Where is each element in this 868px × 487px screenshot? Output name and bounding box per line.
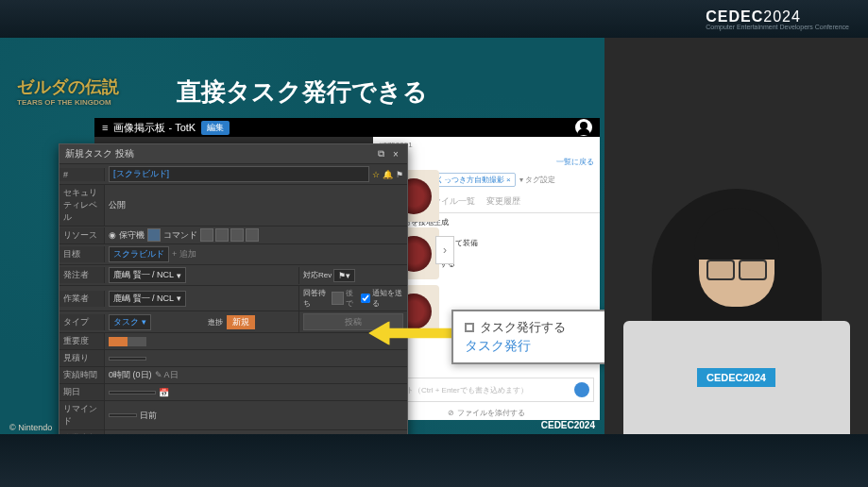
- resource-tab-1[interactable]: 保守機: [119, 229, 145, 242]
- send-icon[interactable]: [574, 382, 589, 397]
- cedec-watermark: CEDEC2024: [541, 420, 595, 430]
- slide-title: 直接タスク発行できる: [0, 76, 604, 109]
- progress-label: 進捗: [208, 317, 223, 327]
- priority-slider[interactable]: [109, 337, 146, 346]
- popout-icon[interactable]: ⧉: [375, 148, 386, 160]
- security-label: セキュリティレベル: [60, 185, 105, 226]
- add-target-button[interactable]: + 追加: [172, 248, 196, 260]
- progress-value[interactable]: 新規: [227, 315, 255, 329]
- close-icon[interactable]: ×: [390, 148, 401, 160]
- reply-label: 回答待ち: [303, 288, 330, 309]
- tool-icon[interactable]: [200, 228, 213, 242]
- conference-bottombar: [0, 434, 868, 487]
- callout-box: タスク発行する タスク発行: [451, 310, 617, 364]
- estimate-label: 見積り: [60, 350, 105, 366]
- target-label: 目標: [60, 246, 105, 262]
- close-icon[interactable]: ×: [506, 176, 511, 184]
- main-content: ゼルダの伝説 TEARS OF THE KINGDOM 直接タスク発行できる ≡…: [0, 38, 868, 434]
- notify-checkbox[interactable]: 通知を送る: [361, 288, 404, 309]
- edit-icon[interactable]: ✎ A日: [155, 369, 179, 381]
- callout-text-2: タスク発行: [465, 338, 604, 355]
- logo-text: CEDEC: [706, 8, 763, 25]
- dialog-title: 新規タスク 投稿: [65, 147, 134, 160]
- star-icon[interactable]: ☆: [372, 170, 380, 179]
- laptop-sticker: CEDEC2024: [697, 368, 775, 387]
- back-link[interactable]: 一覧に戻る: [556, 157, 594, 167]
- resource-tab-2[interactable]: [147, 228, 161, 242]
- tool-icon[interactable]: [230, 228, 244, 242]
- title-badge[interactable]: 編集: [201, 121, 230, 135]
- remind-suffix: 日前: [140, 410, 157, 422]
- duedate-input[interactable]: [109, 391, 156, 395]
- rev-dropdown[interactable]: ⚑▾: [333, 269, 355, 282]
- resource-label: リソース: [60, 227, 105, 244]
- orderer-dropdown[interactable]: 鹿嶋 賢一 / NCL ▾: [109, 267, 186, 283]
- chevron-right-icon[interactable]: ›: [435, 236, 454, 264]
- rev-label: 対応Rev: [303, 270, 332, 280]
- radio-icon[interactable]: ◉: [109, 230, 116, 240]
- reply-value[interactable]: 後で: [346, 288, 359, 309]
- type-dropdown[interactable]: タスク ▾: [109, 314, 151, 330]
- estimate-input[interactable]: [109, 357, 146, 361]
- worker-label: 作業者: [60, 291, 105, 307]
- security-value[interactable]: 公開: [105, 197, 407, 213]
- remind-input[interactable]: [109, 413, 137, 417]
- logo-subtitle: Computer Entertainment Developers Confer…: [706, 24, 849, 30]
- orderer-label: 発注者: [60, 267, 105, 283]
- type-label: タイプ: [60, 314, 105, 330]
- priority-label: 重要度: [60, 333, 105, 349]
- remind-label: リマインド: [60, 401, 105, 429]
- target-dropdown[interactable]: スクラビルド: [109, 246, 169, 262]
- laptop: CEDEC2024: [623, 321, 850, 434]
- worker-dropdown[interactable]: 鹿嶋 賢一 / NCL ▾: [109, 291, 186, 307]
- comment-input[interactable]: コメント（Ctrl + Enterでも書き込めます）: [379, 378, 594, 402]
- checkbox-icon: [465, 323, 474, 332]
- user-avatar-icon[interactable]: [575, 119, 592, 136]
- speaker-video: CEDEC2024: [604, 38, 868, 434]
- app-title: 画像掲示板 - TotK: [113, 121, 196, 135]
- hamburger-icon[interactable]: ≡: [102, 122, 108, 133]
- duedate-label: 期日: [60, 384, 105, 400]
- actual-label: 実績時間: [60, 367, 105, 383]
- calendar-icon[interactable]: 📅: [159, 388, 169, 397]
- slide-area: ゼルダの伝説 TEARS OF THE KINGDOM 直接タスク発行できる ≡…: [0, 38, 604, 434]
- app-titlebar: ≡ 画像掲示板 - TotK 編集: [94, 118, 600, 137]
- bell-icon[interactable]: 🔔: [383, 170, 393, 179]
- tag-config[interactable]: ▾ タグ設定: [519, 175, 555, 185]
- hash-label: #: [60, 168, 105, 181]
- logo-year: 2024: [763, 8, 801, 25]
- tab-history[interactable]: 変更履歴: [486, 193, 520, 212]
- conference-topbar: CEDEC2024 Computer Entertainment Develop…: [0, 0, 868, 38]
- flag-icon[interactable]: ⚑: [396, 170, 403, 179]
- tool-icon[interactable]: [246, 228, 259, 242]
- tool-icon[interactable]: [215, 228, 229, 242]
- copyright: © Nintendo: [9, 423, 52, 432]
- actual-value: 0時間 (0日): [109, 369, 152, 381]
- reply-icon[interactable]: [332, 292, 344, 305]
- title-input[interactable]: [スクラビルド]: [109, 166, 369, 182]
- callout-text-1: タスク発行する: [480, 319, 566, 336]
